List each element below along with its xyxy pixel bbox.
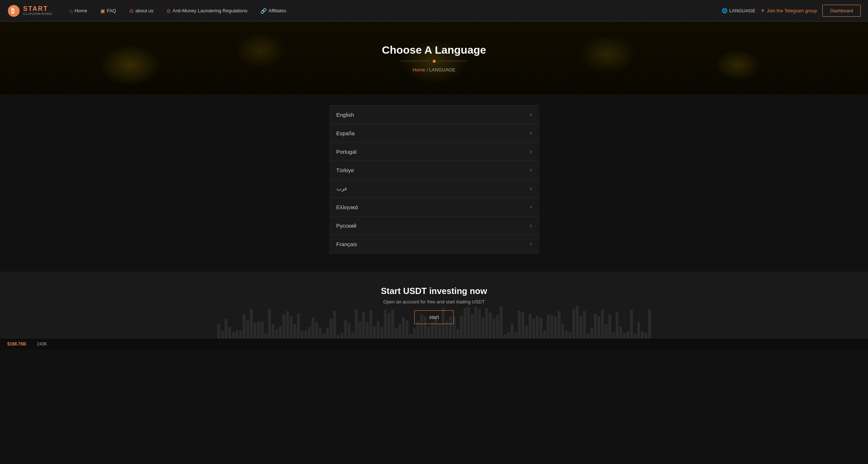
- footer-bar: [514, 332, 517, 339]
- footer-bar: [467, 307, 470, 339]
- footer-bar: [395, 328, 398, 339]
- footer-bar: [601, 309, 604, 339]
- language-arrow-1: ›: [530, 130, 532, 136]
- footer-bar: [532, 319, 535, 339]
- footer-bar: [474, 307, 477, 339]
- footer-bar: [268, 309, 271, 339]
- footer-bar: [340, 333, 343, 339]
- footer-bar: [228, 327, 231, 339]
- footer-bar: [630, 310, 633, 339]
- globe-icon: 🌐: [722, 8, 727, 13]
- telegram-link[interactable]: ✈ Join the Telegram group: [761, 8, 817, 13]
- affiliates-icon: 🔗: [260, 8, 267, 14]
- footer-bar: [315, 322, 318, 339]
- hero-line-right: [439, 61, 467, 61]
- footer-bar: [579, 315, 582, 339]
- footer-bar: [561, 324, 564, 339]
- footer-bar: [275, 329, 278, 339]
- footer-bar: [232, 332, 235, 339]
- breadcrumb: Home / LANGUAGE: [382, 67, 486, 72]
- footer-bar: [438, 323, 441, 339]
- footer-subtitle: Open an account for free and start tradi…: [7, 299, 861, 304]
- footer-bar: [471, 314, 474, 339]
- footer-bar: [590, 328, 593, 339]
- language-arrow-7: ›: [530, 241, 532, 247]
- home-icon: ⌂: [70, 8, 73, 14]
- footer-bar: [645, 333, 647, 339]
- nav-home-label: Home: [75, 8, 87, 13]
- nav-right: 🌐 LANGUAGE ✈ Join the Telegram group Das…: [722, 5, 861, 17]
- language-label-7: Français: [336, 241, 357, 247]
- language-item-1[interactable]: España›: [329, 124, 539, 142]
- footer-bar: [301, 331, 303, 339]
- language-arrow-6: ›: [530, 222, 532, 229]
- language-arrow-4: ›: [530, 185, 532, 192]
- footer-bar: [623, 333, 626, 339]
- footer-bar: [626, 331, 629, 339]
- footer-banner: Start USDT investing now Open an account…: [0, 272, 868, 339]
- nav-home[interactable]: ⌂ Home: [63, 0, 94, 22]
- footer-bar: [358, 321, 361, 339]
- nav-affiliates[interactable]: 🔗 Affiliates: [254, 0, 293, 22]
- footer-bar: [380, 327, 383, 339]
- footer-bar: [304, 331, 307, 339]
- footer-bar: [496, 315, 499, 339]
- footer-bar: [253, 323, 256, 339]
- nav-aml[interactable]: ⊙ Anti-Money Laundering Regulations: [160, 0, 254, 22]
- footer-bar: [402, 318, 405, 339]
- nav-faq[interactable]: ▣ FAQ: [94, 0, 123, 22]
- footer-bar: [456, 329, 459, 339]
- footer-bar: [572, 309, 575, 339]
- footer-bar: [239, 331, 242, 339]
- hero-content: Choose A Language Home / LANGUAGE: [382, 44, 486, 72]
- footer-bar: [565, 330, 568, 339]
- footer-bar: [348, 323, 351, 339]
- footer-bar: [243, 314, 246, 339]
- language-item-7[interactable]: Français›: [329, 235, 539, 253]
- language-label-4: عرب: [336, 185, 348, 192]
- breadcrumb-home-link[interactable]: Home: [413, 67, 425, 72]
- dashboard-button[interactable]: Dashboard: [822, 5, 861, 17]
- footer-bar: [597, 316, 600, 339]
- footer-bar: [485, 308, 488, 339]
- logo[interactable]: ₿ START CLOUDMINING: [7, 4, 53, 17]
- footer-bar: [540, 318, 542, 339]
- language-item-6[interactable]: Русский›: [329, 216, 539, 235]
- telegram-label: Join the Telegram group: [767, 8, 817, 13]
- footer-start-button[interactable]: start: [414, 310, 454, 324]
- footer-bar: [416, 322, 419, 339]
- footer-bar: [326, 328, 329, 339]
- ticker-bar: $198.76B 243K: [0, 339, 868, 349]
- language-label-1: España: [336, 130, 355, 136]
- svg-text:₿: ₿: [11, 7, 14, 14]
- footer-bar: [427, 327, 430, 339]
- hero-section: Choose A Language Home / LANGUAGE: [0, 22, 868, 94]
- footer-bar: [297, 314, 300, 339]
- footer-bar: [507, 332, 510, 339]
- language-button[interactable]: 🌐 LANGUAGE: [722, 8, 755, 13]
- footer-bar: [279, 326, 282, 339]
- bitcoin-logo-icon: ₿: [7, 4, 20, 17]
- language-label-0: English: [336, 112, 354, 118]
- language-item-4[interactable]: عرب›: [329, 179, 539, 198]
- language-item-0[interactable]: English›: [329, 105, 539, 124]
- footer-bar: [409, 334, 412, 339]
- language-item-5[interactable]: Ελληνικά›: [329, 198, 539, 216]
- footer-bar: [391, 310, 394, 339]
- navbar: ₿ START CLOUDMINING ⌂ Home ▣ FAQ ⊙ about…: [0, 0, 868, 22]
- language-item-2[interactable]: Portugal›: [329, 142, 539, 161]
- footer-bar: [550, 315, 553, 339]
- language-item-3[interactable]: Türkiye›: [329, 161, 539, 179]
- footer-bar: [293, 324, 296, 339]
- nav-aml-label: Anti-Money Laundering Regulations: [173, 8, 248, 13]
- footer-bar: [221, 331, 224, 339]
- logo-cloud-text: CLOUDMINING: [23, 12, 53, 16]
- footer-bar: [355, 309, 358, 339]
- language-section: English›España›Portugal›Türkiye›عرب›Ελλη…: [0, 94, 868, 272]
- language-label: LANGUAGE: [729, 8, 755, 13]
- footer-bar: [384, 310, 387, 339]
- nav-about[interactable]: ⊙ about us: [123, 0, 160, 22]
- footer-bar: [250, 309, 253, 339]
- footer-bar: [482, 317, 485, 339]
- footer-bar: [569, 332, 571, 339]
